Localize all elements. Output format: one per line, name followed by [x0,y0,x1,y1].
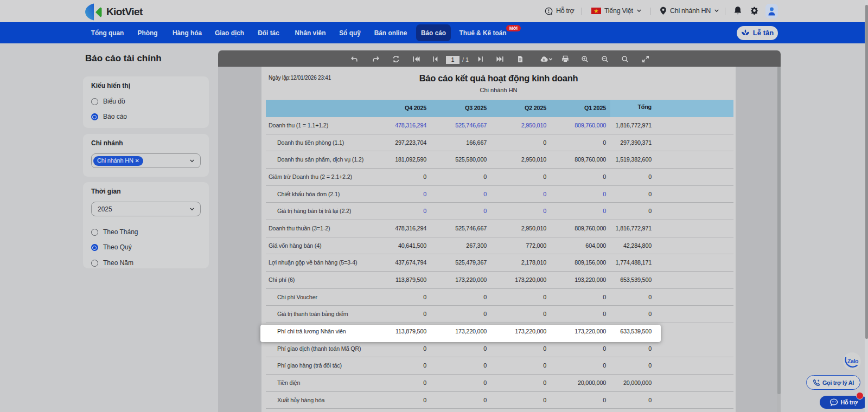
svg-text:Zalo: Zalo [847,358,858,364]
